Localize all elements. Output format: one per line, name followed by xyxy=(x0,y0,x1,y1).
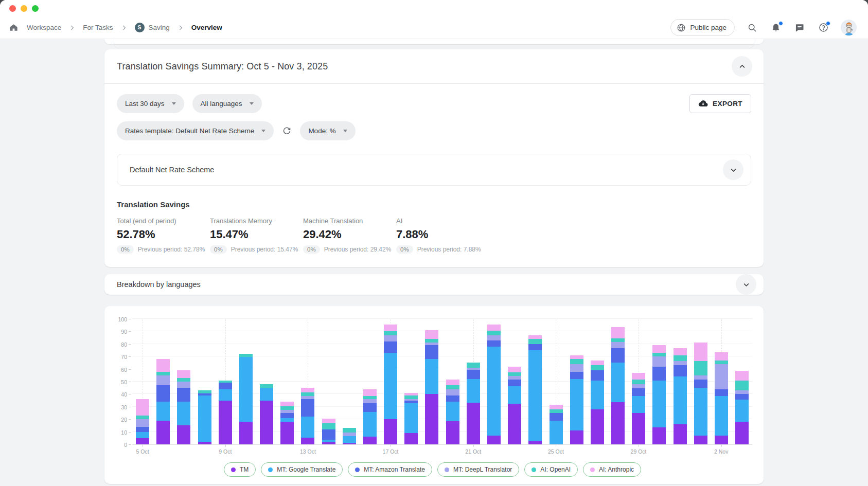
bar-segment[interactable] xyxy=(694,343,707,361)
bar-segment[interactable] xyxy=(260,401,273,444)
bar-segment[interactable] xyxy=(591,365,604,370)
bar-segment[interactable] xyxy=(219,389,232,401)
bar-segment[interactable] xyxy=(487,347,501,436)
bar-segment[interactable] xyxy=(425,345,438,359)
bar-segment[interactable] xyxy=(239,422,253,444)
bar-segment[interactable] xyxy=(136,416,149,419)
bar-segment[interactable] xyxy=(156,385,170,402)
bar-segment[interactable] xyxy=(674,376,687,424)
stacked-bar-20-oct[interactable] xyxy=(446,380,459,444)
bar-segment[interactable] xyxy=(715,389,728,396)
bar-segment[interactable] xyxy=(508,404,521,444)
user-avatar[interactable] xyxy=(841,20,857,35)
bar-segment[interactable] xyxy=(446,380,459,385)
bar-segment[interactable] xyxy=(280,418,294,422)
bar-segment[interactable] xyxy=(404,395,418,399)
bar-segment[interactable] xyxy=(322,429,335,440)
bar-segment[interactable] xyxy=(735,394,749,400)
bar-segment[interactable] xyxy=(156,421,170,444)
chat-icon[interactable] xyxy=(793,22,806,34)
bar-segment[interactable] xyxy=(694,375,707,380)
bar-segment[interactable] xyxy=(570,430,583,444)
bar-segment[interactable] xyxy=(694,380,707,388)
bar-segment[interactable] xyxy=(508,372,521,376)
stacked-bar-6-oct[interactable] xyxy=(156,359,170,444)
stacked-bar-22-oct[interactable] xyxy=(487,325,501,444)
bar-segment[interactable] xyxy=(280,406,294,410)
bar-segment[interactable] xyxy=(632,413,645,444)
bar-segment[interactable] xyxy=(735,371,749,380)
bar-segment[interactable] xyxy=(674,348,687,355)
stacked-bar-1-nov[interactable] xyxy=(694,343,707,444)
bar-segment[interactable] xyxy=(260,388,273,400)
legend-item-ai-anthropic[interactable]: AI: Anthropic xyxy=(583,462,641,477)
search-icon[interactable] xyxy=(746,22,758,34)
zoom-window-button[interactable] xyxy=(32,5,39,12)
bar-segment[interactable] xyxy=(735,390,749,394)
public-page-button[interactable]: Public page xyxy=(670,19,735,36)
bar-segment[interactable] xyxy=(156,359,170,371)
stacked-bar-11-oct[interactable] xyxy=(260,384,273,444)
bar-segment[interactable] xyxy=(198,442,211,444)
stacked-bar-27-oct[interactable] xyxy=(591,361,604,444)
bar-segment[interactable] xyxy=(611,338,625,342)
bar-segment[interactable] xyxy=(528,339,542,344)
bar-segment[interactable] xyxy=(652,427,666,444)
bar-segment[interactable] xyxy=(735,381,749,391)
bar-segment[interactable] xyxy=(467,363,480,368)
bar-segment[interactable] xyxy=(404,403,418,434)
bar-segment[interactable] xyxy=(136,438,149,444)
export-button[interactable]: EXPORT xyxy=(689,94,751,113)
bar-segment[interactable] xyxy=(384,353,397,419)
bar-segment[interactable] xyxy=(487,325,501,331)
stacked-bar-8-oct[interactable] xyxy=(198,390,211,444)
stacked-bar-19-oct[interactable] xyxy=(425,330,438,444)
stacked-bar-18-oct[interactable] xyxy=(404,393,418,444)
bar-segment[interactable] xyxy=(404,433,418,444)
bar-segment[interactable] xyxy=(343,436,356,443)
bar-segment[interactable] xyxy=(528,441,542,444)
stacked-bar-7-oct[interactable] xyxy=(177,370,190,444)
legend-item-tm[interactable]: TM xyxy=(224,462,256,477)
stacked-bar-28-oct[interactable] xyxy=(611,327,625,444)
bar-segment[interactable] xyxy=(177,388,190,402)
bar-segment[interactable] xyxy=(674,365,687,376)
legend-item-mt-amazon-translate[interactable]: MT: Amazon Translate xyxy=(348,462,432,477)
bar-segment[interactable] xyxy=(425,339,438,343)
bar-segment[interactable] xyxy=(301,399,314,417)
stacked-bar-25-oct[interactable] xyxy=(550,405,563,444)
rates-template-dropdown[interactable]: Rates template: Default Net Rate Scheme xyxy=(117,121,274,140)
bar-segment[interactable] xyxy=(363,412,377,437)
bar-segment[interactable] xyxy=(487,331,501,335)
bar-segment[interactable] xyxy=(446,385,459,389)
bar-segment[interactable] xyxy=(301,417,314,437)
bar-segment[interactable] xyxy=(219,383,232,389)
bar-segment[interactable] xyxy=(528,350,542,441)
home-icon[interactable] xyxy=(7,22,20,34)
bar-segment[interactable] xyxy=(550,421,563,444)
bar-segment[interactable] xyxy=(674,361,687,366)
stacked-bar-10-oct[interactable] xyxy=(239,354,253,444)
bar-segment[interactable] xyxy=(343,433,356,436)
bar-segment[interactable] xyxy=(487,436,501,444)
bar-segment[interactable] xyxy=(343,443,356,444)
bar-segment[interactable] xyxy=(136,427,149,432)
bar-segment[interactable] xyxy=(611,348,625,363)
stacked-bar-16-oct[interactable] xyxy=(363,389,377,444)
bar-segment[interactable] xyxy=(570,355,583,359)
bar-segment[interactable] xyxy=(384,325,397,331)
bar-segment[interactable] xyxy=(611,402,625,444)
notifications-bell-icon[interactable] xyxy=(770,22,782,34)
stacked-bar-5-oct[interactable] xyxy=(136,399,149,444)
bar-segment[interactable] xyxy=(652,367,666,381)
bar-segment[interactable] xyxy=(177,382,190,388)
bar-segment[interactable] xyxy=(322,442,335,444)
bar-segment[interactable] xyxy=(322,423,335,429)
bar-segment[interactable] xyxy=(508,367,521,372)
bar-segment[interactable] xyxy=(632,388,645,396)
bar-segment[interactable] xyxy=(570,364,583,372)
bar-segment[interactable] xyxy=(715,352,728,361)
mode-dropdown[interactable]: Mode: % xyxy=(300,121,355,140)
bar-segment[interactable] xyxy=(652,345,666,353)
bar-segment[interactable] xyxy=(425,359,438,394)
